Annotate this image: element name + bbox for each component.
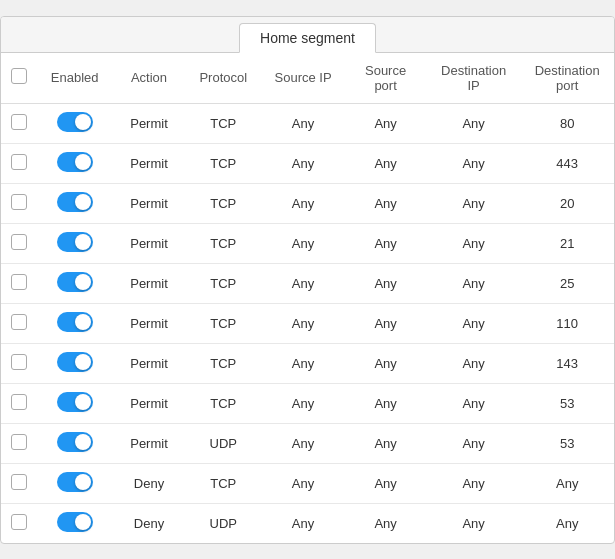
enabled-cell bbox=[36, 103, 113, 143]
toggle-thumb bbox=[75, 194, 91, 210]
action-cell: Permit bbox=[113, 263, 185, 303]
table-row: PermitTCPAnyAnyAny443 bbox=[1, 143, 614, 183]
row-checkbox[interactable] bbox=[11, 234, 27, 250]
row-checkbox[interactable] bbox=[11, 354, 27, 370]
row-checkbox[interactable] bbox=[11, 474, 27, 490]
source-ip-cell: Any bbox=[262, 423, 345, 463]
toggle-thumb bbox=[75, 514, 91, 530]
enabled-toggle[interactable] bbox=[57, 192, 93, 212]
protocol-cell: TCP bbox=[185, 263, 262, 303]
enabled-toggle[interactable] bbox=[57, 472, 93, 492]
enabled-cell bbox=[36, 463, 113, 503]
row-checkbox[interactable] bbox=[11, 114, 27, 130]
header-dest-port: Destination port bbox=[520, 53, 614, 104]
toggle-thumb bbox=[75, 474, 91, 490]
enabled-cell bbox=[36, 223, 113, 263]
toggle-track bbox=[57, 352, 93, 372]
dest-port-cell: 143 bbox=[520, 343, 614, 383]
source-ip-cell: Any bbox=[262, 343, 345, 383]
source-port-cell: Any bbox=[344, 223, 427, 263]
header-select bbox=[1, 53, 36, 104]
protocol-cell: TCP bbox=[185, 223, 262, 263]
enabled-toggle[interactable] bbox=[57, 432, 93, 452]
row-select-cell bbox=[1, 143, 36, 183]
enabled-cell bbox=[36, 303, 113, 343]
dest-ip-cell: Any bbox=[427, 463, 521, 503]
source-ip-cell: Any bbox=[262, 383, 345, 423]
enabled-cell bbox=[36, 183, 113, 223]
toggle-track bbox=[57, 232, 93, 252]
enabled-toggle[interactable] bbox=[57, 232, 93, 252]
row-checkbox[interactable] bbox=[11, 194, 27, 210]
row-checkbox[interactable] bbox=[11, 514, 27, 530]
main-container: Home segment Enabled Action Protocol Sou… bbox=[0, 16, 615, 544]
enabled-toggle[interactable] bbox=[57, 112, 93, 132]
row-checkbox[interactable] bbox=[11, 434, 27, 450]
tab-header: Home segment bbox=[1, 17, 614, 53]
dest-port-cell: 80 bbox=[520, 103, 614, 143]
row-select-cell bbox=[1, 103, 36, 143]
source-ip-cell: Any bbox=[262, 263, 345, 303]
toggle-track bbox=[57, 432, 93, 452]
protocol-cell: TCP bbox=[185, 143, 262, 183]
action-cell: Deny bbox=[113, 503, 185, 543]
toggle-track bbox=[57, 512, 93, 532]
protocol-cell: TCP bbox=[185, 183, 262, 223]
table-row: PermitTCPAnyAnyAny20 bbox=[1, 183, 614, 223]
header-source-ip: Source IP bbox=[262, 53, 345, 104]
toggle-thumb bbox=[75, 394, 91, 410]
header-enabled: Enabled bbox=[36, 53, 113, 104]
table-row: PermitTCPAnyAnyAny110 bbox=[1, 303, 614, 343]
source-port-cell: Any bbox=[344, 103, 427, 143]
tab-title[interactable]: Home segment bbox=[239, 23, 376, 53]
action-cell: Permit bbox=[113, 223, 185, 263]
select-all-checkbox[interactable] bbox=[11, 68, 27, 84]
row-checkbox[interactable] bbox=[11, 314, 27, 330]
rules-table: Enabled Action Protocol Source IP Source… bbox=[1, 53, 614, 543]
table-row: DenyTCPAnyAnyAnyAny bbox=[1, 463, 614, 503]
enabled-toggle[interactable] bbox=[57, 272, 93, 292]
table-row: PermitTCPAnyAnyAny21 bbox=[1, 223, 614, 263]
source-port-cell: Any bbox=[344, 263, 427, 303]
enabled-toggle[interactable] bbox=[57, 152, 93, 172]
enabled-cell bbox=[36, 383, 113, 423]
toggle-thumb bbox=[75, 434, 91, 450]
header-dest-ip: Destination IP bbox=[427, 53, 521, 104]
protocol-cell: TCP bbox=[185, 343, 262, 383]
enabled-toggle[interactable] bbox=[57, 352, 93, 372]
source-port-cell: Any bbox=[344, 143, 427, 183]
protocol-cell: TCP bbox=[185, 463, 262, 503]
row-select-cell bbox=[1, 383, 36, 423]
dest-ip-cell: Any bbox=[427, 143, 521, 183]
action-cell: Permit bbox=[113, 143, 185, 183]
enabled-cell bbox=[36, 263, 113, 303]
protocol-cell: TCP bbox=[185, 103, 262, 143]
protocol-cell: TCP bbox=[185, 303, 262, 343]
source-ip-cell: Any bbox=[262, 303, 345, 343]
action-cell: Permit bbox=[113, 383, 185, 423]
header-source-port: Source port bbox=[344, 53, 427, 104]
dest-ip-cell: Any bbox=[427, 223, 521, 263]
dest-port-cell: 443 bbox=[520, 143, 614, 183]
protocol-cell: UDP bbox=[185, 423, 262, 463]
row-checkbox[interactable] bbox=[11, 274, 27, 290]
enabled-toggle[interactable] bbox=[57, 312, 93, 332]
enabled-toggle[interactable] bbox=[57, 512, 93, 532]
source-port-cell: Any bbox=[344, 503, 427, 543]
table-row: PermitTCPAnyAnyAny25 bbox=[1, 263, 614, 303]
table-row: DenyUDPAnyAnyAnyAny bbox=[1, 503, 614, 543]
action-cell: Permit bbox=[113, 423, 185, 463]
dest-ip-cell: Any bbox=[427, 503, 521, 543]
toggle-track bbox=[57, 392, 93, 412]
source-ip-cell: Any bbox=[262, 103, 345, 143]
row-checkbox[interactable] bbox=[11, 394, 27, 410]
row-checkbox[interactable] bbox=[11, 154, 27, 170]
row-select-cell bbox=[1, 423, 36, 463]
toggle-track bbox=[57, 272, 93, 292]
toggle-thumb bbox=[75, 354, 91, 370]
dest-ip-cell: Any bbox=[427, 303, 521, 343]
source-ip-cell: Any bbox=[262, 223, 345, 263]
enabled-toggle[interactable] bbox=[57, 392, 93, 412]
toggle-track bbox=[57, 472, 93, 492]
enabled-cell bbox=[36, 343, 113, 383]
